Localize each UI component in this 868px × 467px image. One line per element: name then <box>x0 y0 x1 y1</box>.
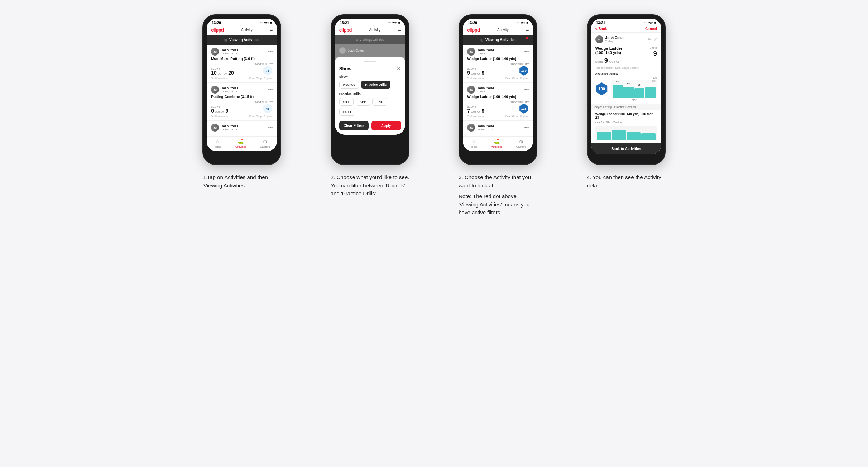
dots-menu-1-3[interactable]: ••• <box>268 125 273 130</box>
dots-menu-1-2[interactable]: ••• <box>268 87 273 92</box>
chart-container-4: 100500 132 129 124 <box>611 80 657 98</box>
menu-icon-1[interactable]: ≡ <box>270 27 273 33</box>
activity-card-1-2[interactable]: JC Josh Coles 28 Feb 2023 ••• Putting Co… <box>207 83 277 121</box>
status-bar-2: 13:21 ▪▪▪ wifi ■ <box>335 19 405 25</box>
dots-menu-3-2[interactable]: ••• <box>524 87 529 92</box>
quality-label-3-1: Shot Quality <box>510 63 529 66</box>
back-btn-4[interactable]: < Back <box>595 27 607 31</box>
status-time-4: 13:21 <box>596 21 605 25</box>
session-chart-4 <box>595 126 657 140</box>
avatar-4: JC <box>595 35 603 43</box>
caption-1: 1.Tap on Activities and then 'Viewing Ac… <box>202 173 281 190</box>
shots-val-1-2: 9 <box>225 108 228 114</box>
viewing-banner-1[interactable]: ⊞ Viewing Activities <box>207 35 277 45</box>
status-icons-4: ▪▪▪ wifi ■ <box>644 21 656 24</box>
viewing-banner-3[interactable]: ⊞ Viewing Activities <box>463 35 533 45</box>
step-1-col: 13:20 ▪▪▪ wifi ■ clippd Activity ≡ ⊞ V <box>183 14 301 190</box>
show-section-label: Show <box>339 75 401 78</box>
status-icons-2: ▪▪▪ wifi ■ <box>388 21 400 24</box>
signal-icon-3: ▪▪▪ <box>517 21 520 24</box>
user-date-3-3: 28 Feb 2023 <box>477 128 494 131</box>
status-time-1: 13:20 <box>212 21 221 25</box>
shots-val-3-1: 9 <box>481 70 484 76</box>
signal-icon-4: ▪▪▪ <box>644 21 648 24</box>
shots-val-3-2: 9 <box>481 108 484 114</box>
detail-icons-4: ✏ ⤢ <box>648 37 657 42</box>
score-val-3-2: 7 <box>467 108 470 114</box>
red-dot-3 <box>526 37 528 39</box>
activity-card-3-1[interactable]: JC Josh Coles Today ••• Wedge Ladder (10… <box>463 45 533 83</box>
cancel-btn-4[interactable]: Cancel <box>645 27 657 31</box>
quality-label-1-2: Shot Quality <box>254 101 273 104</box>
nav-activities-3[interactable]: ⛳ Activities <box>491 139 503 148</box>
user-name-3-1: Josh Coles <box>477 48 494 52</box>
back-to-activities-btn-4[interactable]: Back to Activities <box>591 143 661 154</box>
user-name-3-2: Josh Coles <box>477 86 494 90</box>
activity-card-3-3: JC Josh Coles 28 Feb 2023 ••• <box>463 121 533 136</box>
user-name-3-3: Josh Coles <box>477 124 494 128</box>
practice-drills-btn[interactable]: Practice Drills <box>361 81 390 89</box>
dots-menu-3-3[interactable]: ••• <box>524 125 529 130</box>
avatar-1-2: JC <box>211 86 219 94</box>
status-time-3: 13:20 <box>468 21 477 25</box>
info-right-1-2: Data: Clippd Capture <box>249 115 273 118</box>
detail-info-4: Test Information Data: Clippd Capture <box>595 67 657 69</box>
battery-icon: ■ <box>270 21 272 24</box>
player-activity-label-4: Player Activity • Practice Session <box>594 105 636 109</box>
putt-btn[interactable]: PUTT <box>339 108 356 116</box>
rounds-btn[interactable]: Rounds <box>339 81 359 89</box>
avatar-3-3: JC <box>467 124 475 132</box>
session-bar-3 <box>627 132 641 140</box>
wifi-icon: wifi <box>264 21 269 24</box>
show-filter-buttons: Rounds Practice Drills <box>339 81 401 89</box>
score-label-4: Score <box>595 60 603 63</box>
phone-2: 13:21 ▪▪▪ wifi ■ clippd Activity ≡ ⊞ Vie… <box>331 14 409 165</box>
nav-home-1[interactable]: ⌂ Home <box>214 139 221 148</box>
ott-btn[interactable]: OTT <box>339 98 354 106</box>
avg-quality-label-4: Avg Shot Quality <box>595 72 657 75</box>
filter-icon-1: ⊞ <box>224 38 227 42</box>
home-icon-3: ⌂ <box>472 139 475 144</box>
signal-icon-2: ▪▪▪ <box>388 21 392 24</box>
app-btn[interactable]: APP <box>356 98 370 106</box>
nav-capture-3[interactable]: ⊕ Capture <box>516 139 526 148</box>
dimmed-banner-2: ⊞ Viewing Activities <box>356 38 384 42</box>
info-left-3-2: Test Information <box>467 115 485 118</box>
close-btn[interactable]: ✕ <box>397 66 401 71</box>
score-val-1-2: 0 <box>211 108 214 114</box>
activity-card-3-2[interactable]: JC Josh Coles Today ••• Wedge Ladder (10… <box>463 83 533 121</box>
dots-menu-3-1[interactable]: ••• <box>524 49 529 54</box>
menu-icon-3[interactable]: ≡ <box>526 27 529 33</box>
session-bar-4 <box>641 133 656 140</box>
arg-btn[interactable]: ARG <box>372 98 387 106</box>
dots-menu-1-1[interactable]: ••• <box>268 49 273 54</box>
nav-activities-1[interactable]: ⛳ Activities <box>235 139 246 148</box>
outof-4: OUT OF <box>609 60 620 63</box>
nav-capture-1[interactable]: ⊕ Capture <box>260 139 270 148</box>
battery-icon-4: ■ <box>654 21 656 24</box>
activity-card-1-1[interactable]: JC Josh Coles 28 Feb 2023 ••• Must Make … <box>207 45 277 83</box>
user-date-3-2: Today <box>477 90 494 93</box>
user-name-1-3: Josh Coles <box>221 124 238 128</box>
detail-user-name-4: Josh Coles <box>605 36 624 40</box>
quality-badge-1-1: 75 <box>263 66 273 76</box>
score-label-3-1: Score <box>467 67 484 70</box>
top-nav-1: clippd Activity ≡ <box>207 25 277 35</box>
capture-icon-3: ⊕ <box>519 139 523 144</box>
user-name-1-1: Josh Coles <box>221 48 238 52</box>
logo-2: clippd <box>339 27 352 33</box>
activity-title-3-2: Wedge Ladder (100–140 yds) <box>467 95 529 99</box>
user-date-1-3: 28 Feb 2023 <box>221 128 238 131</box>
chart-section-4: Avg Shot Quality 130 130 100500 <box>595 72 657 101</box>
expand-icon-4[interactable]: ⤢ <box>653 37 657 42</box>
signal-icon: ▪▪▪ <box>260 21 264 24</box>
caption-2: 2. Choose what you'd like to see. You ca… <box>331 173 409 198</box>
nav-title-3: Activity <box>497 28 509 32</box>
apply-btn[interactable]: Apply <box>371 121 401 130</box>
outof-3-2: OUT OF <box>471 110 480 113</box>
clear-filters-btn[interactable]: Clear Filters <box>339 121 369 130</box>
nav-home-3[interactable]: ⌂ Home <box>470 139 477 148</box>
edit-icon-4[interactable]: ✏ <box>648 37 651 42</box>
caption-4: 4. You can then see the Activity detail. <box>587 173 666 190</box>
menu-icon-2[interactable]: ≡ <box>398 27 401 33</box>
